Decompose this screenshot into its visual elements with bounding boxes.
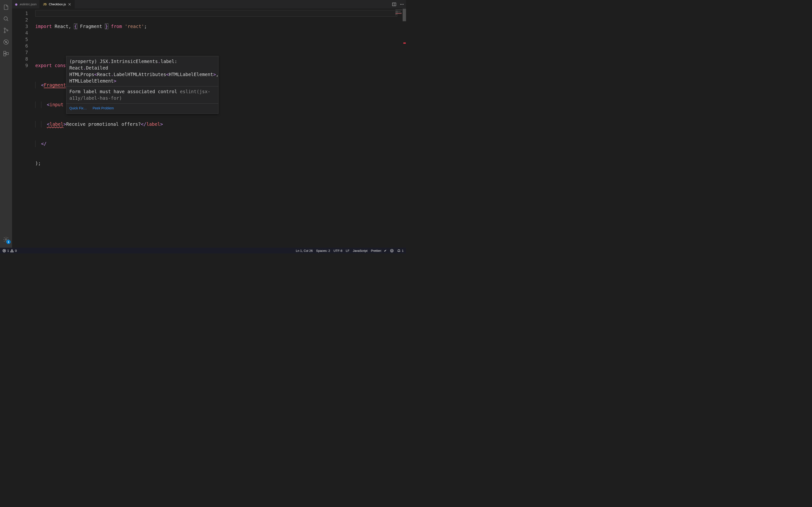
- svg-point-16: [402, 4, 402, 5]
- svg-rect-9: [6, 53, 8, 55]
- svg-point-0: [4, 17, 7, 20]
- status-feedback-icon[interactable]: [390, 249, 394, 252]
- overview-error-marker[interactable]: [403, 43, 406, 44]
- status-eol[interactable]: LF: [346, 249, 349, 252]
- settings-badge: 1: [6, 240, 11, 244]
- svg-point-6: [5, 41, 7, 43]
- tab-label: .eslintrc.json: [19, 2, 37, 6]
- extensions-icon[interactable]: [0, 48, 12, 59]
- svg-line-1: [7, 19, 8, 21]
- svg-point-3: [4, 32, 5, 33]
- svg-rect-8: [4, 54, 6, 56]
- warning-count: 0: [15, 249, 17, 252]
- svg-point-23: [390, 249, 393, 252]
- close-icon[interactable]: [68, 2, 71, 6]
- split-editor-icon[interactable]: [392, 2, 396, 6]
- scrollbar-thumb[interactable]: [403, 9, 406, 21]
- svg-point-17: [403, 4, 404, 5]
- svg-point-10: [5, 239, 7, 240]
- editor-group: ◉ .eslintrc.json JS Checkbox.js 1 2 3: [12, 0, 406, 248]
- svg-rect-7: [4, 51, 6, 53]
- status-notifications-icon[interactable]: 1: [397, 249, 404, 252]
- quick-fix-link[interactable]: Quick Fix…: [69, 106, 87, 110]
- status-encoding[interactable]: UTF-8: [334, 249, 343, 252]
- status-indentation[interactable]: Spaces: 2: [316, 249, 330, 252]
- svg-point-15: [400, 4, 401, 5]
- svg-point-25: [392, 250, 393, 250]
- more-icon[interactable]: [400, 2, 404, 6]
- svg-point-4: [7, 30, 8, 31]
- activity-bar: 1: [0, 0, 12, 253]
- svg-point-2: [4, 28, 5, 29]
- status-language-mode[interactable]: JavaScript: [353, 249, 367, 252]
- tab-checkbox-js[interactable]: JS Checkbox.js: [40, 0, 75, 8]
- settings-icon[interactable]: 1: [0, 234, 12, 245]
- explorer-icon[interactable]: [0, 1, 12, 13]
- editor-actions: [392, 0, 406, 8]
- code-editor[interactable]: 1 2 3 4 5 6 7 8 9 import React, { Fragme…: [12, 9, 406, 248]
- search-icon[interactable]: [0, 13, 12, 24]
- svg-point-22: [12, 251, 12, 252]
- debug-icon[interactable]: [0, 36, 12, 48]
- line-number-gutter: 1 2 3 4 5 6 7 8 9: [12, 10, 33, 69]
- status-problems[interactable]: 1 0: [2, 249, 17, 252]
- source-control-icon[interactable]: [0, 24, 12, 36]
- tab-bar: ◉ .eslintrc.json JS Checkbox.js: [12, 0, 406, 9]
- tab-eslintrc[interactable]: ◉ .eslintrc.json: [12, 0, 40, 8]
- vertical-scrollbar[interactable]: [403, 9, 406, 248]
- tab-label: Checkbox.js: [49, 2, 66, 6]
- status-prettier[interactable]: Prettier: ✔: [371, 249, 387, 252]
- svg-point-24: [391, 250, 392, 250]
- hover-actions: Quick Fix… Peek Problem: [66, 104, 218, 113]
- hover-lint-message: Form label must have associated control …: [66, 87, 218, 103]
- notification-count: 1: [402, 249, 404, 252]
- hover-signature: (property) JSX.IntrinsicElements.label: …: [66, 56, 218, 86]
- hover-tooltip: (property) JSX.IntrinsicElements.label: …: [66, 56, 218, 114]
- status-bar: 1 0 Ln 1, Col 26 Spaces: 2 UTF-8 LF Java…: [0, 248, 406, 253]
- peek-problem-link[interactable]: Peek Problem: [93, 106, 114, 110]
- error-count: 1: [7, 249, 9, 252]
- json-icon: ◉: [15, 3, 17, 6]
- status-cursor-position[interactable]: Ln 1, Col 26: [296, 249, 313, 252]
- js-icon: JS: [43, 3, 47, 6]
